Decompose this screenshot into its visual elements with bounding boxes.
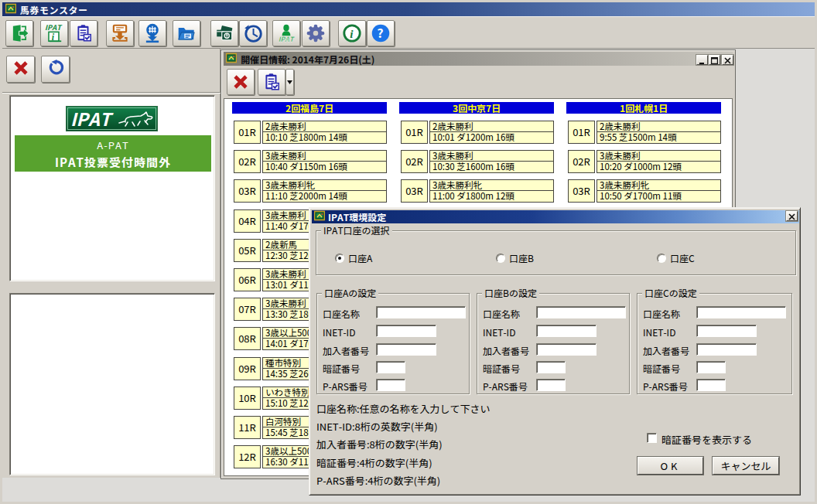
race-number: 03R	[234, 179, 261, 203]
show-pin-checkbox[interactable]	[647, 433, 657, 443]
field-input-pars-c[interactable]	[696, 379, 726, 391]
close-icon	[788, 209, 795, 223]
race-info-box: 3歳未勝利 10:30 芝1600m 16頭	[429, 150, 554, 173]
screen: { "window": { "title": "馬券モンスター" }, "mai…	[0, 0, 817, 504]
toolbar-button-clock[interactable]	[239, 20, 267, 46]
field-input-inetid-a[interactable]	[376, 325, 436, 337]
refresh-icon	[46, 60, 65, 79]
account-field-row: 加入者番号	[638, 343, 787, 356]
race-row[interactable]: 01R 2歳未勝利 10:10 芝1800m 14頭	[232, 121, 387, 144]
race-name: 3歳未勝利	[597, 151, 720, 162]
race-number: 11R	[234, 416, 261, 439]
race-row[interactable]: 03R 3歳未勝利牝 11:10 芝2000m 14頭	[232, 179, 387, 203]
toolbar-button-payout[interactable]	[210, 20, 238, 46]
field-label: INET-ID	[323, 325, 355, 339]
race-window-toolbar	[224, 66, 733, 98]
toolbar-button-ipat-info[interactable]: IPATi	[40, 20, 68, 46]
field-input-inetid-c[interactable]	[696, 325, 757, 337]
race-detail: 10:01 ダ1200m 16頭	[430, 132, 553, 143]
dialog-titlebar[interactable]: IPAT環境設定	[312, 210, 799, 223]
account-field-row: P-ARS番号	[638, 379, 787, 391]
race-close-button[interactable]	[227, 69, 255, 95]
field-input-member-c[interactable]	[696, 343, 757, 356]
field-input-pars-b[interactable]	[536, 379, 566, 391]
race-votelist-dropdown[interactable]	[285, 69, 294, 95]
account-radio-item[interactable]: 口座C	[657, 251, 695, 264]
field-label: P-ARS番号	[643, 380, 688, 393]
account-group-label: 口座Cの設定	[642, 288, 699, 298]
toolbar-button-exit-door[interactable]	[5, 20, 33, 46]
ipat-info-icon: IPATi	[44, 23, 64, 43]
race-row[interactable]: 03R 3歳未勝利牝 11:00 ダ1800m 12頭	[399, 179, 554, 203]
account-radio-item[interactable]: 口座A	[335, 251, 372, 264]
field-input-name-b[interactable]	[536, 306, 626, 318]
race-row[interactable]: 02R 3歳未勝利 10:20 ダ1000m 12頭	[566, 150, 721, 173]
settings-gear-icon	[306, 23, 326, 43]
ok-button[interactable]: OK	[638, 457, 703, 475]
field-label: 暗証番号	[323, 362, 360, 375]
race-row[interactable]: 03R 3歳未勝利牝 10:50 ダ1700m 11頭	[566, 179, 721, 203]
close-icon	[724, 53, 731, 66]
main-titlebar[interactable]: 馬券モンスター	[2, 2, 815, 16]
race-row[interactable]: 02R 3歳未勝利 10:40 ダ1150m 16頭	[232, 150, 387, 173]
maximize-button[interactable]	[709, 55, 720, 65]
field-input-pars-a[interactable]	[376, 379, 405, 391]
radio-icon[interactable]	[335, 254, 344, 263]
toolbar-button-help-circle[interactable]: ?	[367, 20, 395, 46]
dialog-icon	[314, 210, 325, 223]
race-detail: 11:00 ダ1800m 12頭	[430, 191, 553, 202]
field-input-member-a[interactable]	[376, 343, 436, 356]
field-label: P-ARS番号	[323, 380, 367, 393]
race-row[interactable]: 01R 2歳未勝利 9:55 芝1500m 14頭	[566, 121, 721, 144]
race-column-header: 3回中京7日	[399, 102, 554, 114]
payout-icon	[214, 23, 234, 43]
race-votelist-button[interactable]	[258, 69, 285, 95]
toolbar-button-folder-data[interactable]	[173, 20, 200, 46]
radio-icon[interactable]	[657, 254, 666, 263]
account-settings-group: 口座Aの設定 口座名称 INET-ID 加入者番号 暗証番号 P-ARS番号	[316, 293, 470, 394]
dialog-close-button[interactable]	[786, 211, 798, 221]
field-input-pin-c[interactable]	[696, 361, 726, 373]
account-settings-group: 口座Cの設定 口座名称 INET-ID 加入者番号 暗証番号 P-ARS番号	[637, 293, 792, 394]
race-row[interactable]: 01R 2歳未勝利 10:01 ダ1200m 16頭	[399, 121, 554, 144]
panel-close-button[interactable]	[6, 56, 35, 83]
toolbar-button-vote-list[interactable]	[70, 20, 97, 46]
panel-refresh-button[interactable]	[41, 56, 70, 83]
account-field-row: INET-ID	[638, 325, 787, 337]
field-input-pin-b[interactable]	[536, 361, 566, 373]
race-name: 3歳未勝利	[430, 151, 553, 162]
panel-separator	[2, 92, 220, 94]
race-number: 04R	[234, 209, 261, 233]
field-input-member-b[interactable]	[536, 343, 597, 356]
vote-list-icon	[73, 23, 94, 43]
help-line: 加入者番号:8桁の数字(半角)	[316, 437, 443, 451]
race-window-titlebar[interactable]: 開催日情報: 2014年7月26日(土)	[224, 52, 733, 66]
account-radio-item[interactable]: 口座B	[496, 251, 534, 264]
account-field-row: 暗証番号	[317, 361, 464, 373]
race-name: 3歳未勝利牝	[263, 180, 386, 191]
field-input-name-c[interactable]	[696, 306, 786, 318]
race-number: 03R	[401, 179, 428, 203]
close-button[interactable]	[722, 55, 733, 65]
toolbar-button-axis-download[interactable]	[138, 20, 166, 46]
field-input-inetid-b[interactable]	[536, 325, 597, 337]
race-detail: 10:40 ダ1150m 16頭	[263, 162, 386, 172]
field-input-name-a[interactable]	[376, 306, 466, 318]
ipat-status-box: IPAT A-PAT IPAT投票受付時間外	[9, 95, 215, 281]
side-empty-box	[9, 293, 215, 475]
race-number: 01R	[568, 121, 595, 144]
cancel-button[interactable]: キャンセル	[713, 457, 779, 475]
toolbar-button-settings-gear[interactable]	[302, 20, 330, 46]
toolbar-button-info-circle[interactable]: i	[338, 20, 366, 46]
field-input-pin-a[interactable]	[376, 361, 405, 373]
race-detail: 10:30 芝1600m 16頭	[430, 162, 553, 172]
toolbar-button-download-monitor[interactable]	[106, 20, 134, 46]
help-line: 口座名称:任意の名称を入力して下さい	[316, 401, 491, 416]
race-row[interactable]: 02R 3歳未勝利 10:30 芝1600m 16頭	[399, 150, 554, 173]
radio-icon[interactable]	[496, 254, 505, 263]
toolbar-button-ipat-person[interactable]: IPAT	[272, 20, 300, 46]
maximize-icon	[711, 53, 718, 66]
minimize-button[interactable]	[696, 55, 708, 65]
race-name: 2歳未勝利	[597, 121, 720, 132]
account-field-row: 口座名称	[638, 306, 787, 318]
